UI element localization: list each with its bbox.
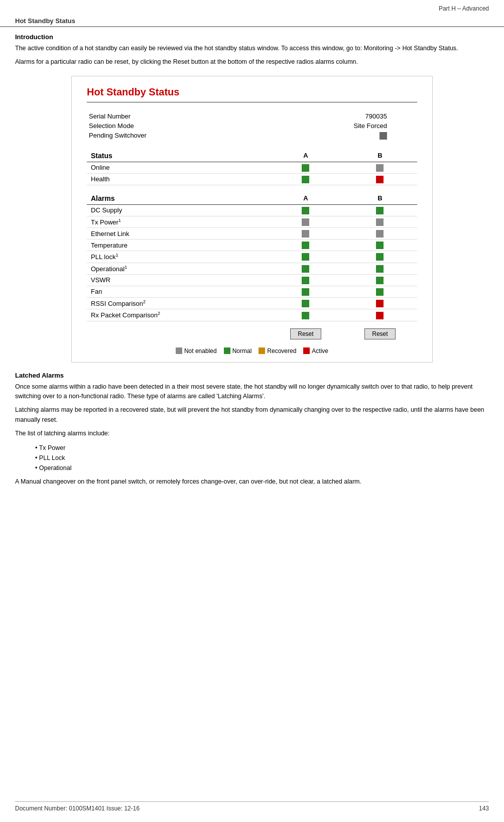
intro-para2: Alarms for a particular radio can be res… — [15, 57, 489, 67]
dc-supply-b-indicator — [376, 207, 384, 214]
page-footer: Document Number: 0100SM1401 Issue: 12-16… — [15, 801, 489, 812]
status-health-label: Health — [87, 173, 269, 185]
bullet-tx-power: Tx Power — [35, 443, 489, 453]
intro-heading: Introduction — [15, 33, 489, 41]
alarm-row-fan: Fan — [87, 286, 417, 297]
page-header: Part H – Advanced — [0, 0, 504, 15]
legend-active: Active — [303, 347, 328, 355]
bullet-pll-lock: PLL Lock — [35, 453, 489, 463]
reset-b-button[interactable]: Reset — [364, 328, 395, 339]
alarms-table: Alarms A B DC Supply Tx Power1 — [87, 192, 417, 321]
status-col-b: B — [343, 150, 417, 162]
alarm-row-rssi: RSSI Comparison2 — [87, 297, 417, 309]
latched-alarms-para3: The list of latching alarms include: — [15, 429, 489, 438]
vswr-b-indicator — [376, 277, 384, 284]
selection-mode-value: Site Forced — [252, 121, 417, 131]
tx-power-b-indicator — [376, 218, 384, 226]
dc-supply-a-indicator — [302, 207, 309, 214]
tx-power-a-indicator — [302, 218, 309, 226]
rx-packet-a-indicator — [302, 312, 309, 319]
temp-b-indicator — [376, 242, 384, 249]
alarm-row-temperature: Temperature — [87, 240, 417, 251]
footer-page-number: 143 — [479, 805, 489, 812]
status-row-health: Health — [87, 173, 417, 185]
status-online-a — [269, 162, 343, 173]
intro-para1: The active condition of a hot standby ca… — [15, 44, 489, 53]
legend-active-label: Active — [312, 347, 328, 355]
status-health-a — [269, 173, 343, 185]
legend-normal-box — [224, 347, 230, 354]
pending-switchover-indicator — [380, 132, 387, 140]
legend-not-enabled: Not enabled — [176, 347, 217, 355]
selection-mode-label: Selection Mode — [87, 121, 252, 131]
legend-not-enabled-box — [176, 347, 182, 354]
online-b-indicator — [376, 164, 384, 172]
status-header-label: Status — [87, 150, 269, 162]
status-online-b — [343, 162, 417, 173]
alarm-row-dc-supply: DC Supply — [87, 204, 417, 216]
alarm-row-tx-power: Tx Power1 — [87, 216, 417, 227]
status-online-label: Online — [87, 162, 269, 173]
legend-row: Not enabled Normal Recovered Active — [87, 347, 417, 355]
latched-alarms-para2: Latching alarms may be reported in a rec… — [15, 405, 489, 425]
page-content: Introduction The active condition of a h… — [0, 33, 504, 487]
status-health-b — [343, 173, 417, 185]
status-table: Status A B Online Health — [87, 150, 417, 185]
health-a-indicator — [302, 176, 309, 183]
fan-a-indicator — [302, 288, 309, 296]
legend-recovered: Recovered — [259, 347, 296, 355]
operational-a-indicator — [302, 265, 309, 273]
legend-recovered-box — [259, 347, 265, 354]
reset-buttons-row: Reset Reset — [87, 328, 417, 342]
reset-a-button[interactable]: Reset — [290, 328, 321, 339]
pll-a-indicator — [302, 253, 309, 261]
pll-b-indicator — [376, 253, 384, 261]
status-row-online: Online — [87, 162, 417, 173]
hsb-status-box: Hot Standby Status Serial Number 790035 … — [71, 76, 433, 363]
footer-doc-number: Document Number: 0100SM1401 Issue: 12-16 — [15, 805, 140, 812]
alarms-header-label: Alarms — [87, 192, 269, 205]
temp-a-indicator — [302, 242, 309, 249]
rx-packet-b-indicator — [376, 312, 384, 319]
serial-number-label: Serial Number — [87, 111, 252, 121]
legend-not-enabled-label: Not enabled — [184, 347, 217, 355]
latching-alarms-list: Tx Power PLL Lock Operational — [35, 443, 489, 473]
pending-switchover-label: Pending Switchover — [87, 131, 252, 141]
section-title: Hot Standby Status — [15, 17, 75, 25]
rssi-a-indicator — [302, 300, 309, 307]
legend-active-box — [303, 347, 310, 354]
alarm-row-rx-packet: Rx Packet Comparison2 — [87, 309, 417, 321]
latched-alarms-para4: A Manual changeover on the front panel s… — [15, 477, 489, 487]
alarm-row-vswr: VSWR — [87, 274, 417, 286]
hsb-info-table: Serial Number 790035 Selection Mode Site… — [87, 111, 417, 141]
status-col-a: A — [269, 150, 343, 162]
latched-alarms-para1: Once some alarms within a radio have bee… — [15, 382, 489, 402]
alarm-row-ethernet-link: Ethernet Link — [87, 228, 417, 240]
header-title: Part H – Advanced — [439, 5, 489, 12]
latched-alarms-heading: Latched Alarms — [15, 372, 489, 379]
alarm-row-pll-lock: PLL lock1 — [87, 251, 417, 263]
vswr-a-indicator — [302, 277, 309, 284]
serial-number-value: 790035 — [252, 111, 417, 121]
legend-normal-label: Normal — [232, 347, 252, 355]
legend-normal: Normal — [224, 347, 252, 355]
legend-recovered-label: Recovered — [267, 347, 296, 355]
ethernet-b-indicator — [376, 230, 384, 238]
fan-b-indicator — [376, 288, 384, 296]
alarms-col-b: B — [343, 192, 417, 205]
online-a-indicator — [302, 164, 309, 172]
hsb-divider — [87, 102, 417, 102]
health-b-indicator — [376, 176, 384, 183]
alarm-row-operational: Operational1 — [87, 263, 417, 274]
section-title-bar: Hot Standby Status — [0, 15, 504, 27]
ethernet-a-indicator — [302, 230, 309, 238]
hsb-box-title: Hot Standby Status — [87, 86, 417, 98]
alarms-col-a: A — [269, 192, 343, 205]
operational-b-indicator — [376, 265, 384, 273]
rssi-b-indicator — [376, 300, 384, 307]
bullet-operational: Operational — [35, 463, 489, 473]
